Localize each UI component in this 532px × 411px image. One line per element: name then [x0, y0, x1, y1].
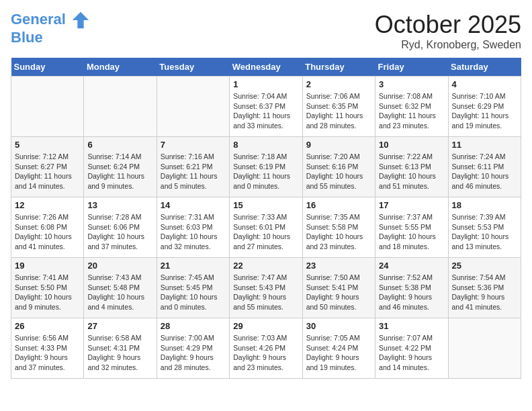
- day-info: Sunrise: 7:06 AM Sunset: 6:35 PM Dayligh…: [306, 91, 371, 131]
- day-info: Sunrise: 7:54 AM Sunset: 5:36 PM Dayligh…: [452, 273, 517, 312]
- weekday-header: Monday: [84, 58, 157, 77]
- day-number: 6: [87, 140, 152, 150]
- title-block: October 2025 Ryd, Kronoberg, Sweden: [375, 11, 521, 51]
- empty-cell: [84, 77, 157, 137]
- calendar-day: 15Sunrise: 7:33 AM Sunset: 6:01 PM Dayli…: [230, 197, 302, 258]
- day-number: 1: [233, 79, 298, 89]
- calendar-day: 26Sunrise: 6:56 AM Sunset: 4:33 PM Dayli…: [11, 318, 84, 379]
- calendar-day: 8Sunrise: 7:18 AM Sunset: 6:19 PM Daylig…: [230, 137, 302, 197]
- calendar-day: 18Sunrise: 7:39 AM Sunset: 5:53 PM Dayli…: [448, 197, 521, 258]
- day-info: Sunrise: 7:43 AM Sunset: 5:48 PM Dayligh…: [87, 273, 152, 312]
- page-header: General Blue October 2025 Ryd, Kronoberg…: [11, 11, 521, 51]
- weekday-header: Sunday: [11, 58, 84, 77]
- location-title: Ryd, Kronoberg, Sweden: [375, 39, 521, 51]
- logo: General Blue: [11, 11, 90, 46]
- day-info: Sunrise: 7:26 AM Sunset: 6:08 PM Dayligh…: [15, 212, 80, 252]
- calendar-day: 5Sunrise: 7:12 AM Sunset: 6:27 PM Daylig…: [11, 137, 84, 197]
- calendar-day: 1Sunrise: 7:04 AM Sunset: 6:37 PM Daylig…: [230, 77, 302, 137]
- calendar-day: 22Sunrise: 7:47 AM Sunset: 5:43 PM Dayli…: [230, 258, 302, 318]
- weekday-header: Thursday: [302, 58, 375, 77]
- day-number: 18: [452, 200, 517, 210]
- month-title: October 2025: [375, 11, 521, 39]
- day-info: Sunrise: 6:56 AM Sunset: 4:33 PM Dayligh…: [15, 333, 80, 373]
- day-number: 9: [306, 140, 371, 150]
- day-number: 17: [379, 200, 444, 210]
- calendar-day: 25Sunrise: 7:54 AM Sunset: 5:36 PM Dayli…: [448, 258, 521, 318]
- day-info: Sunrise: 7:50 AM Sunset: 5:41 PM Dayligh…: [306, 273, 371, 312]
- day-number: 25: [452, 261, 517, 271]
- day-number: 22: [233, 261, 298, 271]
- day-number: 30: [306, 321, 371, 331]
- day-info: Sunrise: 7:31 AM Sunset: 6:03 PM Dayligh…: [161, 212, 226, 252]
- day-number: 3: [379, 79, 444, 89]
- calendar-day: 20Sunrise: 7:43 AM Sunset: 5:48 PM Dayli…: [84, 258, 157, 318]
- calendar-day: 13Sunrise: 7:28 AM Sunset: 6:06 PM Dayli…: [84, 197, 157, 258]
- day-number: 4: [452, 79, 517, 89]
- calendar-day: 2Sunrise: 7:06 AM Sunset: 6:35 PM Daylig…: [302, 77, 375, 137]
- day-number: 28: [161, 321, 226, 331]
- day-info: Sunrise: 7:12 AM Sunset: 6:27 PM Dayligh…: [15, 152, 80, 191]
- day-info: Sunrise: 7:41 AM Sunset: 5:50 PM Dayligh…: [15, 273, 80, 312]
- calendar-day: 3Sunrise: 7:08 AM Sunset: 6:32 PM Daylig…: [375, 77, 448, 137]
- day-number: 20: [87, 261, 152, 271]
- day-number: 2: [306, 79, 371, 89]
- day-info: Sunrise: 7:14 AM Sunset: 6:24 PM Dayligh…: [87, 152, 152, 191]
- calendar-day: 11Sunrise: 7:24 AM Sunset: 6:11 PM Dayli…: [448, 137, 521, 197]
- day-info: Sunrise: 7:03 AM Sunset: 4:26 PM Dayligh…: [233, 333, 298, 373]
- day-number: 7: [161, 140, 226, 150]
- day-number: 21: [161, 261, 226, 271]
- day-number: 31: [379, 321, 444, 331]
- logo-text: General Blue: [11, 11, 90, 46]
- day-number: 19: [15, 261, 80, 271]
- empty-cell: [157, 77, 229, 137]
- day-info: Sunrise: 7:37 AM Sunset: 5:55 PM Dayligh…: [379, 212, 444, 252]
- calendar-day: 28Sunrise: 7:00 AM Sunset: 4:29 PM Dayli…: [157, 318, 229, 379]
- weekday-header: Tuesday: [157, 58, 229, 77]
- day-number: 13: [87, 200, 152, 210]
- day-number: 12: [15, 200, 80, 210]
- calendar-day: 30Sunrise: 7:05 AM Sunset: 4:24 PM Dayli…: [302, 318, 375, 379]
- calendar-day: 31Sunrise: 7:07 AM Sunset: 4:22 PM Dayli…: [375, 318, 448, 379]
- day-info: Sunrise: 7:24 AM Sunset: 6:11 PM Dayligh…: [452, 152, 517, 191]
- day-number: 26: [15, 321, 80, 331]
- day-number: 15: [233, 200, 298, 210]
- day-info: Sunrise: 7:28 AM Sunset: 6:06 PM Dayligh…: [87, 212, 152, 252]
- day-info: Sunrise: 7:16 AM Sunset: 6:21 PM Dayligh…: [161, 152, 226, 191]
- calendar-day: 10Sunrise: 7:22 AM Sunset: 6:13 PM Dayli…: [375, 137, 448, 197]
- day-number: 11: [452, 140, 517, 150]
- day-number: 23: [306, 261, 371, 271]
- day-info: Sunrise: 7:18 AM Sunset: 6:19 PM Dayligh…: [233, 152, 298, 191]
- day-number: 5: [15, 140, 80, 150]
- day-info: Sunrise: 7:45 AM Sunset: 5:45 PM Dayligh…: [161, 273, 226, 312]
- day-number: 8: [233, 140, 298, 150]
- weekday-header: Saturday: [448, 58, 521, 77]
- day-info: Sunrise: 7:52 AM Sunset: 5:38 PM Dayligh…: [379, 273, 444, 312]
- day-info: Sunrise: 7:07 AM Sunset: 4:22 PM Dayligh…: [379, 333, 444, 373]
- weekday-header: Friday: [375, 58, 448, 77]
- day-info: Sunrise: 7:00 AM Sunset: 4:29 PM Dayligh…: [161, 333, 226, 373]
- calendar-day: 23Sunrise: 7:50 AM Sunset: 5:41 PM Dayli…: [302, 258, 375, 318]
- day-number: 14: [161, 200, 226, 210]
- svg-marker-0: [73, 12, 89, 28]
- day-info: Sunrise: 6:58 AM Sunset: 4:31 PM Dayligh…: [87, 333, 152, 373]
- day-number: 24: [379, 261, 444, 271]
- calendar-day: 16Sunrise: 7:35 AM Sunset: 5:58 PM Dayli…: [302, 197, 375, 258]
- day-info: Sunrise: 7:22 AM Sunset: 6:13 PM Dayligh…: [379, 152, 444, 191]
- weekday-header: Wednesday: [230, 58, 302, 77]
- calendar-table: SundayMondayTuesdayWednesdayThursdayFrid…: [11, 58, 521, 379]
- calendar-day: 19Sunrise: 7:41 AM Sunset: 5:50 PM Dayli…: [11, 258, 84, 318]
- day-info: Sunrise: 7:04 AM Sunset: 6:37 PM Dayligh…: [233, 91, 298, 131]
- calendar-day: 14Sunrise: 7:31 AM Sunset: 6:03 PM Dayli…: [157, 197, 229, 258]
- day-number: 27: [87, 321, 152, 331]
- day-number: 16: [306, 200, 371, 210]
- calendar-day: 12Sunrise: 7:26 AM Sunset: 6:08 PM Dayli…: [11, 197, 84, 258]
- calendar-day: 21Sunrise: 7:45 AM Sunset: 5:45 PM Dayli…: [157, 258, 229, 318]
- day-number: 29: [233, 321, 298, 331]
- day-info: Sunrise: 7:10 AM Sunset: 6:29 PM Dayligh…: [452, 91, 517, 131]
- calendar-day: 7Sunrise: 7:16 AM Sunset: 6:21 PM Daylig…: [157, 137, 229, 197]
- calendar-day: 9Sunrise: 7:20 AM Sunset: 6:16 PM Daylig…: [302, 137, 375, 197]
- empty-cell: [448, 318, 521, 379]
- calendar-day: 4Sunrise: 7:10 AM Sunset: 6:29 PM Daylig…: [448, 77, 521, 137]
- day-number: 10: [379, 140, 444, 150]
- day-info: Sunrise: 7:33 AM Sunset: 6:01 PM Dayligh…: [233, 212, 298, 252]
